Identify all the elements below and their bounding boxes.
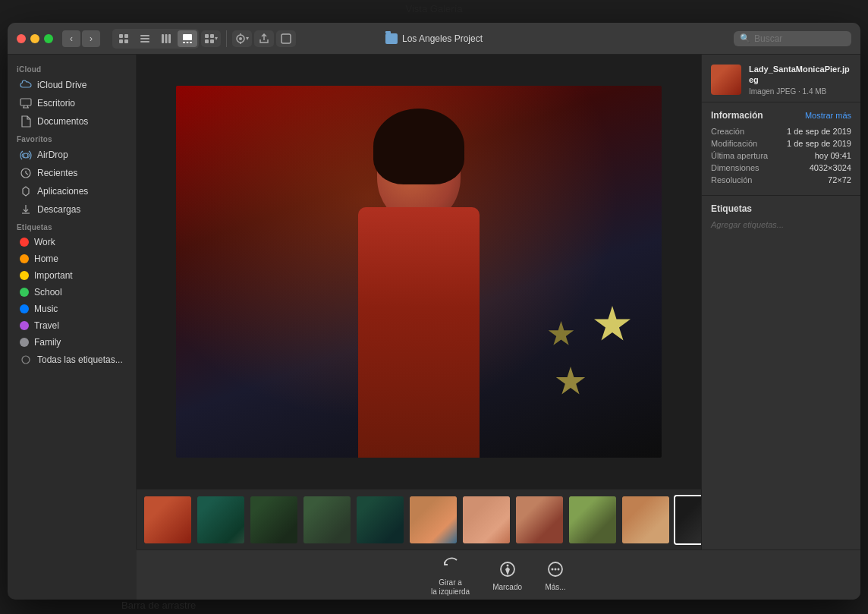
maximize-button[interactable]	[44, 34, 53, 43]
sidebar-item-label: Todas las etiquetas...	[37, 354, 123, 365]
document-icon	[20, 115, 32, 128]
thumbnail-1[interactable]	[143, 495, 193, 545]
thumbnail-11[interactable]	[674, 495, 701, 545]
action-button[interactable]: ▾	[232, 30, 252, 47]
sidebar-item-work[interactable]: Work	[11, 234, 133, 250]
close-button[interactable]	[17, 34, 26, 43]
sidebar-item-recientes[interactable]: Recientes	[11, 164, 133, 182]
main-image-container[interactable]	[137, 55, 701, 489]
window-title-area: Los Angeles Project	[385, 33, 483, 44]
thumbnail-10[interactable]	[621, 495, 671, 545]
dimensions-label: Dimensiones	[711, 163, 760, 172]
sidebar-item-escritorio[interactable]: Escritorio	[11, 94, 133, 112]
svg-rect-8	[165, 34, 168, 43]
sidebar-item-home[interactable]: Home	[11, 250, 133, 267]
back-button[interactable]: ‹	[62, 30, 80, 47]
thumbnail-7[interactable]	[461, 495, 511, 545]
sidebar-item-school[interactable]: School	[11, 284, 133, 301]
sidebar-item-important[interactable]: Important	[11, 267, 133, 284]
thumbnail-5[interactable]	[355, 495, 405, 545]
svg-point-37	[552, 568, 554, 570]
forward-button[interactable]: ›	[82, 30, 100, 47]
school-tag-dot	[20, 288, 29, 297]
thumbnail-8[interactable]	[514, 495, 565, 545]
markup-action[interactable]: Marcado	[492, 559, 522, 592]
icloud-section-header: iCloud	[8, 61, 136, 76]
svg-rect-3	[124, 39, 128, 43]
thumbnail-2[interactable]	[196, 495, 246, 545]
info-section: Información Mostrar más Creación 1 de se…	[702, 102, 860, 196]
column-view-button[interactable]	[156, 30, 176, 47]
last-opened-value: hoy 09:41	[815, 151, 851, 160]
dimensions-value: 4032×3024	[810, 163, 851, 172]
svg-rect-4	[140, 35, 149, 36]
gallery-inspector-split: Lady_SantaMonicaPier.jpeg Imagen JPEG · …	[137, 55, 860, 549]
sidebar-item-all-tags[interactable]: Todas las etiquetas...	[11, 351, 133, 369]
show-more-link[interactable]: Mostrar más	[805, 111, 851, 120]
svg-rect-15	[210, 34, 214, 38]
sidebar-item-descargas[interactable]: Descargas	[11, 200, 133, 219]
creation-label: Creación	[711, 127, 744, 136]
hair-shape	[373, 109, 464, 184]
icon-view-button[interactable]	[114, 30, 134, 47]
tags-section: Etiquetas Agregar etiquetas...	[702, 196, 860, 237]
folder-icon	[385, 33, 398, 44]
more-icon	[545, 559, 566, 580]
star-shape-1	[593, 306, 631, 344]
rotate-left-action[interactable]: Girar ala izquierda	[431, 554, 470, 597]
svg-rect-5	[140, 38, 149, 39]
sidebar-item-label: AirDrop	[37, 150, 68, 160]
thumbnail-3[interactable]	[249, 495, 299, 545]
svg-rect-14	[205, 34, 209, 38]
sidebar-item-label: Documentos	[37, 116, 88, 127]
list-view-button[interactable]	[135, 30, 155, 47]
traffic-lights	[17, 34, 53, 43]
titlebar: ‹ ›	[8, 23, 860, 55]
sidebar-item-icloud-drive[interactable]: iCloud Drive	[11, 76, 133, 94]
important-tag-dot	[20, 271, 29, 280]
info-row-last-opened: Última apertura hoy 09:41	[711, 151, 851, 160]
tags-section-header: Etiquetas	[8, 219, 136, 234]
share-button[interactable]	[254, 30, 274, 47]
search-bar[interactable]: 🔍	[734, 31, 851, 46]
sidebar-item-label: iCloud Drive	[37, 80, 86, 90]
sidebar-item-documentos[interactable]: Documentos	[11, 112, 133, 131]
nav-buttons: ‹ ›	[62, 30, 100, 47]
thumbnail-6[interactable]	[408, 495, 458, 545]
sidebar-item-label: Recientes	[37, 168, 77, 178]
more-action[interactable]: Más...	[545, 559, 566, 592]
minimize-button[interactable]	[30, 34, 39, 43]
sidebar-item-music[interactable]: Music	[11, 301, 133, 317]
creation-value: 1 de sep de 2019	[787, 127, 851, 136]
inspector-panel: Lady_SantaMonicaPier.jpeg Imagen JPEG · …	[701, 55, 860, 549]
gallery-area	[137, 55, 701, 549]
gallery-view-button[interactable]	[178, 30, 197, 47]
sidebar-item-label: Aplicaciones	[37, 186, 88, 197]
tags-title: Etiquetas	[711, 203, 851, 214]
sidebar-item-aplicaciones[interactable]: Aplicaciones	[11, 182, 133, 200]
sidebar-item-family[interactable]: Family	[11, 334, 133, 351]
tag-button[interactable]	[276, 30, 296, 47]
sidebar-item-airdrop[interactable]: AirDrop	[11, 146, 133, 164]
svg-rect-0	[119, 34, 123, 38]
apps-icon	[20, 185, 32, 197]
info-row-dimensions: Dimensiones 4032×3024	[711, 163, 851, 172]
desktop-icon	[20, 97, 32, 109]
svg-rect-17	[210, 39, 214, 43]
svg-rect-9	[168, 34, 171, 43]
modification-value: 1 de sep de 2019	[787, 139, 851, 148]
thumbnail-9[interactable]	[568, 495, 618, 545]
sidebar-item-travel[interactable]: Travel	[11, 317, 133, 334]
svg-rect-10	[183, 34, 192, 40]
svg-rect-22	[281, 34, 291, 43]
group-button[interactable]: ▾	[201, 30, 221, 47]
info-section-header: Información Mostrar más	[711, 110, 851, 121]
svg-rect-2	[119, 39, 123, 43]
sidebar-item-label: School	[34, 287, 62, 298]
search-input[interactable]	[754, 33, 845, 44]
tags-placeholder[interactable]: Agregar etiquetas...	[711, 220, 851, 229]
clock-icon	[20, 167, 32, 179]
photo-subject	[313, 109, 525, 458]
star-shape-2	[555, 367, 586, 397]
thumbnail-4[interactable]	[302, 495, 352, 545]
